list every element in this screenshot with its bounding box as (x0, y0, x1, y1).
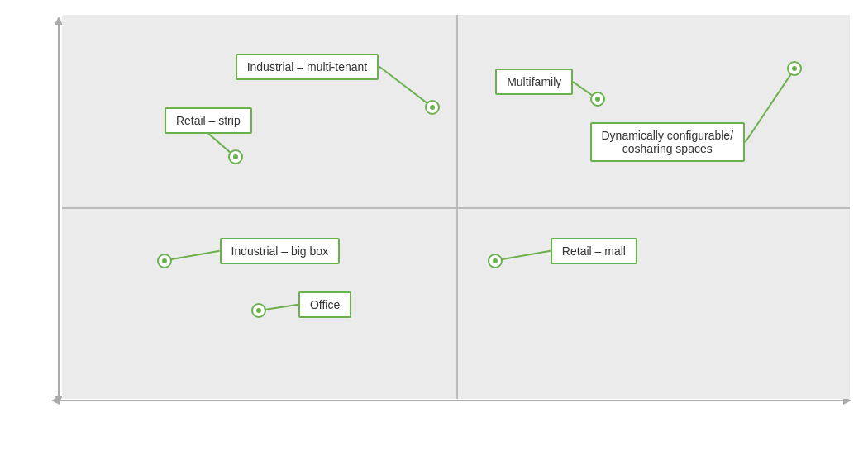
x-axis-line (58, 400, 845, 401)
box-retail-mall: Retail – mall (551, 238, 637, 264)
circle-retail-strip (228, 149, 243, 164)
box-industrial-big-box: Industrial – big box (220, 238, 341, 264)
circle-retail-mall (488, 254, 503, 268)
chart-container: Industrial – multi-tenantRetail – stripM… (0, 0, 868, 455)
quadrant-top-right (457, 15, 851, 206)
circle-dynamic-cosharing (787, 61, 802, 76)
box-multifamily: Multifamily (495, 69, 573, 95)
horizontal-divider (62, 207, 850, 209)
box-dynamic-cosharing: Dynamically configurable/ cosharing spac… (590, 122, 746, 162)
circle-industrial-multi-tenant (425, 100, 440, 115)
plot-area: Industrial – multi-tenantRetail – stripM… (62, 15, 850, 399)
circle-office (251, 303, 266, 318)
box-retail-strip: Retail – strip (165, 107, 252, 134)
quadrant-bottom-right (457, 208, 851, 400)
circle-multifamily (590, 92, 605, 107)
circle-industrial-big-box (157, 254, 172, 268)
box-industrial-multi-tenant: Industrial – multi-tenant (236, 54, 379, 80)
quadrant-top-left (62, 15, 455, 206)
box-office: Office (298, 291, 351, 318)
y-axis-line (58, 23, 60, 397)
